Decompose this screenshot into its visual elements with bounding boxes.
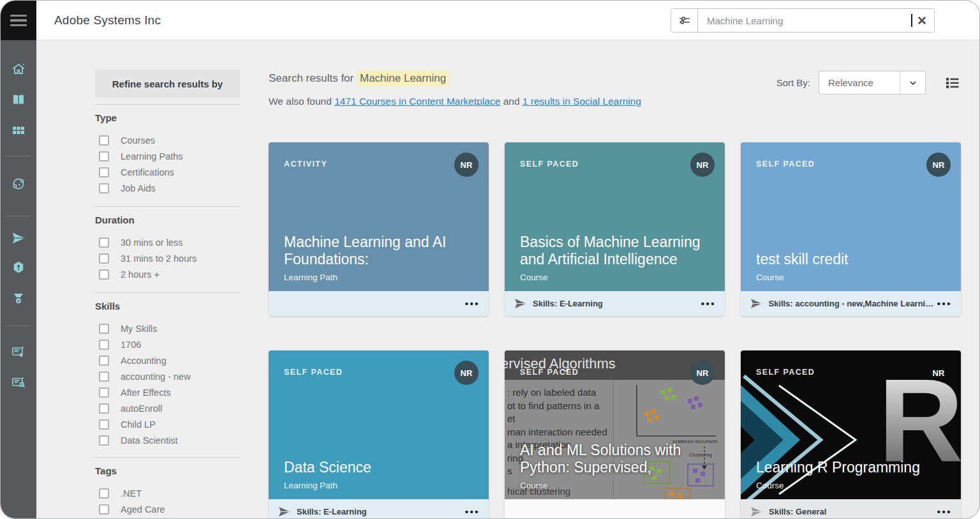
filter-option-my-skills[interactable]: My Skills bbox=[95, 320, 240, 336]
results-grid: ACTIVITY NR Machine Learning and AI Foun… bbox=[269, 142, 964, 519]
card-title: Machine Learning and AI Foundations: bbox=[284, 234, 477, 268]
social-learning-link[interactable]: 1 results in Social Learning bbox=[523, 96, 641, 107]
marketplace-link[interactable]: 1471 Courses in Content Marketplace bbox=[334, 96, 500, 107]
course-card-learning-r[interactable]: R SELF PACED NR Learning R Programming C… bbox=[741, 350, 961, 519]
filter-section-title-type: Type bbox=[95, 112, 240, 123]
card-skills: Skills: E-Learning bbox=[533, 299, 603, 308]
checkbox[interactable] bbox=[99, 419, 109, 430]
filter-section-title-duration: Duration bbox=[95, 214, 240, 225]
filter-option-30-mins[interactable]: 30 mins or less bbox=[95, 234, 240, 250]
sort-dropdown[interactable]: Relevance bbox=[819, 71, 926, 94]
filter-option-autoenroll[interactable]: autoEnroll bbox=[95, 400, 240, 416]
filter-option-data-scientist[interactable]: Data Scientist bbox=[95, 432, 240, 448]
badges-icon[interactable] bbox=[11, 260, 26, 275]
card-thumbnail: SELF PACED NR test skill credit Course bbox=[741, 142, 961, 291]
search-results-heading: Search results for Machine Learning bbox=[269, 72, 715, 85]
more-options-icon[interactable]: ••• bbox=[701, 298, 716, 309]
filter-option-1706[interactable]: 1706 bbox=[95, 336, 240, 352]
more-options-icon[interactable]: ••• bbox=[937, 298, 952, 309]
filter-option-child-lp[interactable]: Child LP bbox=[95, 416, 240, 432]
course-card-ml-ai-foundations[interactable]: ACTIVITY NR Machine Learning and AI Foun… bbox=[269, 142, 489, 316]
card-skills: Skills: E-Learning bbox=[297, 507, 367, 516]
checkbox[interactable] bbox=[99, 356, 109, 366]
filter-section-title-tags: Tags bbox=[95, 465, 240, 476]
checkbox[interactable] bbox=[99, 372, 109, 382]
checkbox[interactable] bbox=[99, 488, 109, 499]
course-card-test-skill-credit[interactable]: SELF PACED NR test skill credit Course S… bbox=[741, 142, 961, 316]
app-window: Adobe Systems Inc ✕ bbox=[0, 0, 980, 519]
send-icon bbox=[750, 505, 763, 518]
filter-option-certifications[interactable]: Certifications bbox=[95, 164, 240, 180]
hamburger-icon bbox=[10, 12, 27, 29]
checkbox[interactable] bbox=[99, 387, 109, 398]
filter-option-learning-paths[interactable]: Learning Paths bbox=[95, 148, 240, 164]
checkbox[interactable] bbox=[99, 253, 109, 264]
checkbox[interactable] bbox=[99, 167, 109, 177]
checkbox[interactable] bbox=[99, 135, 109, 146]
filter-option-courses[interactable]: Courses bbox=[95, 132, 240, 148]
sort-value: Relevance bbox=[819, 77, 900, 88]
card-footer bbox=[505, 499, 725, 519]
catalog-icon[interactable] bbox=[11, 123, 26, 138]
filter-option-31-mins-2-hours[interactable]: 31 mins to 2 hours bbox=[95, 250, 240, 266]
card-title: AI and ML Solutions with Python: Supervi… bbox=[520, 442, 713, 476]
search-box: ✕ bbox=[671, 8, 935, 33]
clear-search-icon[interactable]: ✕ bbox=[917, 15, 927, 27]
card-subtitle: Course bbox=[520, 273, 713, 282]
checkbox[interactable] bbox=[99, 435, 109, 446]
hamburger-menu-button[interactable] bbox=[1, 1, 36, 40]
card-title: test skill credit bbox=[756, 251, 949, 268]
send-icon bbox=[750, 297, 762, 310]
checkbox[interactable] bbox=[99, 403, 109, 414]
checkbox[interactable] bbox=[99, 340, 109, 350]
filter-option-after-effects[interactable]: After Effects bbox=[95, 384, 240, 400]
card-footer: ••• bbox=[269, 291, 489, 316]
home-icon[interactable] bbox=[11, 61, 26, 77]
query-highlight: Machine Learning bbox=[357, 70, 449, 86]
more-options-icon[interactable]: ••• bbox=[465, 298, 480, 309]
search-filter-button[interactable] bbox=[671, 9, 698, 32]
announcement-board-icon[interactable] bbox=[11, 344, 26, 359]
rating-badge: NR bbox=[690, 361, 715, 385]
filter-option-job-aids[interactable]: Job Aids bbox=[95, 180, 240, 196]
checkbox[interactable] bbox=[99, 237, 109, 248]
send-icon bbox=[514, 297, 527, 310]
course-card-ai-ml-python[interactable]: ervised Algorithms : rely on labeled dat… bbox=[505, 350, 725, 519]
top-bar: Adobe Systems Inc ✕ bbox=[1, 1, 979, 40]
more-options-icon[interactable]: ••• bbox=[465, 506, 480, 517]
checkbox[interactable] bbox=[99, 183, 109, 193]
card-skills: Skills: accounting - new,Machine Learnin… bbox=[768, 299, 937, 308]
filter-option-2-hours-plus[interactable]: 2 hours + bbox=[95, 266, 240, 282]
card-subtitle: Learning Path bbox=[284, 481, 477, 490]
filter-option-accounting-new[interactable]: accounting - new bbox=[95, 368, 240, 384]
card-type-badge: SELF PACED bbox=[756, 160, 815, 169]
checkbox[interactable] bbox=[99, 504, 109, 515]
my-learning-icon[interactable] bbox=[11, 92, 26, 107]
list-view-button[interactable] bbox=[945, 75, 960, 91]
card-footer: Skills: General ••• bbox=[741, 499, 961, 519]
card-type-badge: ACTIVITY bbox=[284, 160, 327, 169]
filter-panel: Refine search results by Type Courses Le… bbox=[95, 70, 240, 519]
checkbox[interactable] bbox=[99, 324, 109, 334]
skills-icon[interactable] bbox=[11, 230, 26, 246]
course-card-basics-ml-ai[interactable]: SELF PACED NR Basics of Machine Learning… bbox=[505, 142, 725, 316]
search-input[interactable] bbox=[698, 15, 911, 26]
rating-badge: NR bbox=[690, 153, 715, 177]
card-subtitle: Course bbox=[520, 481, 713, 490]
card-skills: Skills: General bbox=[769, 507, 826, 516]
results-header: Search results for Machine Learning We a… bbox=[269, 72, 715, 107]
course-card-data-science[interactable]: SELF PACED NR Data Science Learning Path… bbox=[269, 350, 489, 519]
leaderboard-icon[interactable] bbox=[11, 290, 26, 306]
filter-option-accounting[interactable]: Accounting bbox=[95, 352, 240, 368]
filter-option-dotnet[interactable]: .NET bbox=[95, 485, 240, 501]
card-type-badge: SELF PACED bbox=[284, 368, 343, 377]
checkbox[interactable] bbox=[99, 269, 109, 280]
section-divider bbox=[95, 457, 240, 458]
card-thumbnail: SELF PACED NR Basics of Machine Learning… bbox=[505, 142, 725, 291]
checkbox[interactable] bbox=[99, 151, 109, 162]
filter-option-aged-care[interactable]: Aged Care bbox=[95, 501, 240, 517]
board-search-icon[interactable] bbox=[11, 375, 26, 390]
more-options-icon[interactable]: ••• bbox=[937, 506, 952, 517]
social-learning-icon[interactable] bbox=[11, 176, 26, 192]
card-footer: Skills: accounting - new,Machine Learnin… bbox=[741, 291, 961, 316]
